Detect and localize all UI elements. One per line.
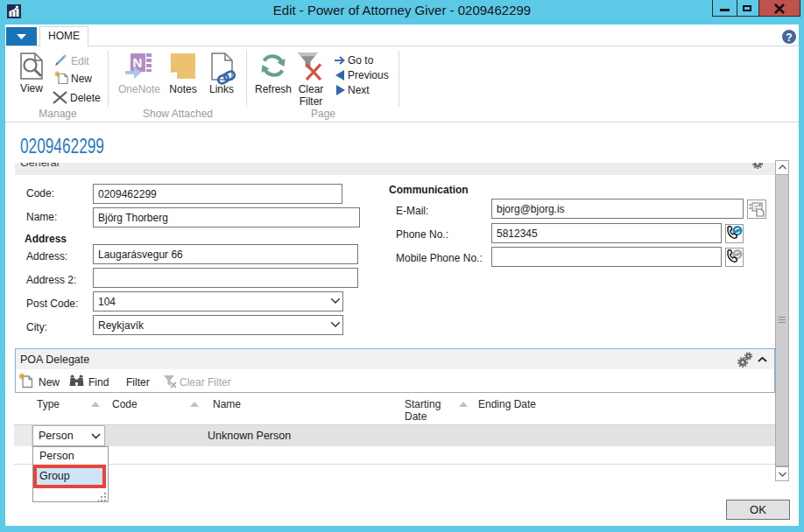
svg-text:?: ? [786, 32, 792, 44]
